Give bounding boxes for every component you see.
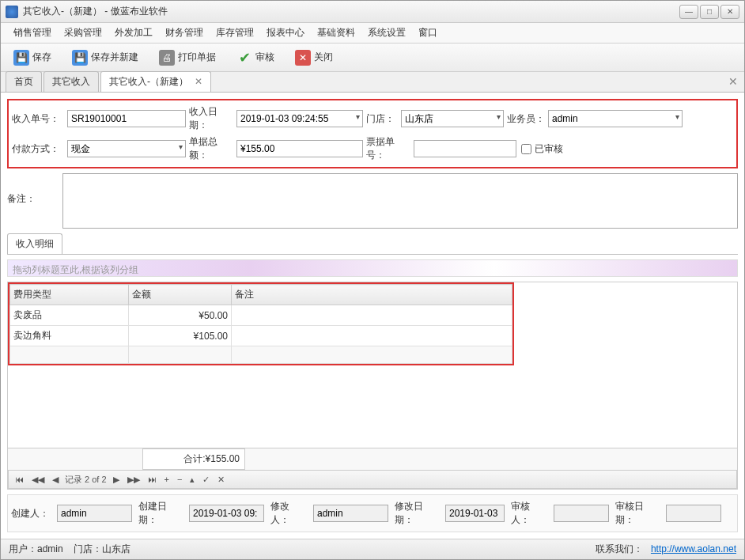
- auditor-input: [554, 505, 609, 522]
- grid-highlighted: 费用类型 金额 备注 卖废品 ¥50.00 卖边角料: [8, 282, 514, 365]
- print-label: 打印单据: [178, 51, 216, 64]
- tab-other-income-new[interactable]: 其它收入-（新建）✕: [100, 71, 211, 92]
- print-button[interactable]: 🖨 打印单据: [154, 47, 221, 69]
- cell-remark[interactable]: [232, 305, 512, 326]
- label-bill-no: 票据单号：: [363, 135, 414, 162]
- label-total: 单据总额：: [186, 135, 236, 162]
- label-modifier: 修改人：: [267, 500, 310, 527]
- col-fee-type[interactable]: 费用类型: [10, 285, 129, 305]
- close-all-tabs-icon[interactable]: ✕: [728, 75, 738, 88]
- audited-label: 已审核: [535, 142, 563, 156]
- cell-fee-type[interactable]: 卖边角料: [10, 326, 129, 346]
- toolbar: 💾 保存 💾 保存并新建 🖨 打印单据 ✔ 审核 ✕ 关闭: [1, 44, 744, 72]
- cell-fee-type[interactable]: 卖废品: [10, 305, 129, 326]
- menu-basedata[interactable]: 基础资料: [312, 24, 360, 42]
- status-user: 用户：admin: [9, 543, 63, 554]
- label-creator: 创建人：: [11, 507, 54, 520]
- tab-income-detail[interactable]: 收入明细: [7, 233, 62, 254]
- save-button[interactable]: 💾 保存: [9, 47, 56, 69]
- contact-label: 联系我们：: [596, 543, 643, 554]
- label-create-date: 创建日期：: [135, 500, 186, 527]
- nav-record-text: 记录 2 of 2: [65, 474, 107, 486]
- audit-button[interactable]: ✔ 审核: [232, 47, 279, 69]
- close-icon: ✕: [295, 50, 311, 66]
- menu-purchase[interactable]: 采购管理: [59, 24, 107, 42]
- col-amount[interactable]: 金额: [129, 285, 232, 305]
- remark-textarea[interactable]: [62, 173, 738, 229]
- content-area: 收入单号： 收入日期： 门店： 业务员： 付款方式： 单据总额： 票据单号： 已…: [1, 93, 744, 539]
- document-tabs: 首页 其它收入 其它收入-（新建）✕ ✕: [1, 72, 744, 93]
- tab-home[interactable]: 首页: [6, 71, 42, 92]
- save-new-button[interactable]: 💾 保存并新建: [67, 47, 143, 69]
- modify-date-input: [445, 505, 505, 522]
- close-button[interactable]: ✕ 关闭: [290, 47, 338, 69]
- nav-confirm-icon[interactable]: ✓: [201, 475, 211, 485]
- table-row[interactable]: 卖边角料 ¥105.00: [10, 326, 512, 346]
- tab-other-income[interactable]: 其它收入: [43, 71, 99, 92]
- audit-date-input: [666, 505, 721, 522]
- audited-checkbox[interactable]: [521, 144, 531, 154]
- contact-link[interactable]: http://www.aolan.net: [651, 543, 736, 554]
- label-modify-date: 修改日期：: [391, 500, 442, 527]
- nav-first-icon[interactable]: ⏮: [13, 475, 25, 484]
- store-select[interactable]: [401, 110, 504, 127]
- save-icon: 💾: [13, 50, 29, 66]
- nav-next-page-icon[interactable]: ▶▶: [126, 475, 142, 485]
- header-form: 收入单号： 收入日期： 门店： 业务员： 付款方式： 单据总额： 票据单号： 已…: [7, 99, 738, 168]
- nav-add-icon[interactable]: +: [163, 475, 171, 484]
- close-label: 关闭: [314, 51, 333, 64]
- total-input[interactable]: [236, 140, 363, 157]
- menu-sales[interactable]: 销售管理: [9, 24, 56, 42]
- table-row[interactable]: 卖废品 ¥50.00: [10, 305, 512, 326]
- menu-finance[interactable]: 财务管理: [161, 24, 208, 42]
- modifier-input: [313, 505, 388, 522]
- remark-row: 备注：: [7, 173, 738, 229]
- menu-outsource[interactable]: 外发加工: [110, 24, 157, 42]
- receipt-no-input[interactable]: [67, 110, 186, 127]
- cell-amount[interactable]: ¥50.00: [129, 305, 232, 326]
- menu-reports[interactable]: 报表中心: [262, 24, 309, 42]
- salesman-select[interactable]: [548, 110, 683, 127]
- label-auditor: 审核人：: [508, 500, 550, 527]
- table-new-row[interactable]: [10, 346, 512, 364]
- cell-remark[interactable]: [232, 326, 512, 346]
- grid-empty-space: [8, 365, 737, 448]
- menu-window[interactable]: 窗口: [414, 24, 442, 42]
- print-icon: 🖨: [159, 50, 175, 66]
- status-bar: 用户：admin 门店：山东店 联系我们： http://www.aolan.n…: [1, 539, 744, 559]
- menu-inventory[interactable]: 库存管理: [211, 24, 259, 42]
- save-new-label: 保存并新建: [91, 51, 138, 64]
- check-icon: ✔: [236, 50, 252, 66]
- app-icon: [6, 6, 18, 18]
- close-window-button[interactable]: ✕: [720, 5, 739, 19]
- audit-label: 审核: [255, 51, 274, 64]
- bill-no-input[interactable]: [414, 140, 516, 157]
- footer-form: 创建人： 创建日期： 修改人： 修改日期： 审核人： 审核日期：: [7, 494, 738, 532]
- title-bar: 其它收入-（新建） - 傲蓝布业软件 — □ ✕: [1, 1, 744, 23]
- menu-settings[interactable]: 系统设置: [363, 24, 410, 42]
- create-date-input: [189, 505, 264, 522]
- group-by-hint[interactable]: 拖动列标题至此,根据该列分组: [7, 259, 738, 277]
- save-label: 保存: [32, 51, 51, 64]
- nav-edit-icon[interactable]: ▴: [188, 475, 196, 485]
- label-remark: 备注：: [7, 173, 62, 229]
- nav-cancel-icon[interactable]: ✕: [216, 475, 226, 485]
- nav-last-icon[interactable]: ⏭: [146, 475, 158, 484]
- nav-remove-icon[interactable]: −: [176, 475, 183, 484]
- menu-bar: 销售管理 采购管理 外发加工 财务管理 库存管理 报表中心 基础资料 系统设置 …: [1, 23, 744, 44]
- nav-prev-icon[interactable]: ◀: [51, 475, 60, 485]
- col-remark[interactable]: 备注: [232, 285, 512, 305]
- nav-prev-page-icon[interactable]: ◀◀: [30, 475, 46, 485]
- tab-close-icon[interactable]: ✕: [195, 76, 202, 87]
- cell-amount[interactable]: ¥105.00: [129, 326, 232, 346]
- total-cell: 合计:¥155.00: [142, 448, 245, 470]
- status-store: 门店：山东店: [74, 543, 130, 554]
- receipt-date-input[interactable]: [236, 110, 363, 127]
- audited-checkbox-wrap[interactable]: 已审核: [521, 142, 563, 156]
- creator-input: [57, 505, 132, 522]
- maximize-button[interactable]: □: [700, 5, 719, 19]
- pay-method-select[interactable]: [67, 140, 186, 157]
- minimize-button[interactable]: —: [679, 5, 698, 19]
- label-audit-date: 审核日期：: [612, 500, 663, 527]
- nav-next-icon[interactable]: ▶: [112, 475, 121, 485]
